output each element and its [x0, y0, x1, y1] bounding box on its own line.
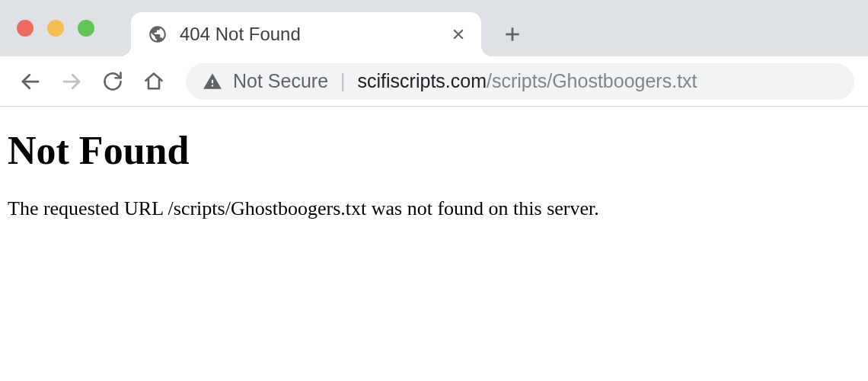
not-secure-icon — [203, 72, 222, 91]
close-tab-button[interactable] — [451, 27, 466, 42]
url-path: /scripts/Ghostboogers.txt — [487, 70, 697, 92]
browser-toolbar: Not Secure | scifiscripts.com/scripts/Gh… — [0, 56, 868, 107]
address-bar[interactable]: Not Secure | scifiscripts.com/scripts/Gh… — [186, 63, 854, 100]
home-button[interactable] — [137, 65, 171, 98]
globe-icon — [148, 24, 168, 44]
window-fullscreen-button[interactable] — [78, 20, 94, 37]
page-content: Not Found The requested URL /scripts/Gho… — [0, 107, 868, 242]
macos-window-controls — [0, 20, 94, 37]
separator: | — [340, 70, 346, 92]
error-message: The requested URL /scripts/Ghostboogers.… — [8, 197, 860, 220]
window-minimize-button[interactable] — [47, 20, 64, 37]
url-host: scifiscripts.com — [358, 70, 487, 92]
tab-strip: 404 Not Found — [0, 0, 868, 56]
back-button[interactable] — [14, 65, 47, 98]
error-heading: Not Found — [8, 128, 860, 173]
reload-button[interactable] — [96, 65, 129, 98]
security-status-label: Not Secure — [233, 70, 328, 92]
tab-title: 404 Not Found — [180, 24, 439, 45]
browser-tab[interactable]: 404 Not Found — [131, 0, 481, 56]
forward-button[interactable] — [55, 65, 88, 98]
new-tab-button[interactable] — [503, 24, 522, 44]
window-close-button[interactable] — [17, 20, 34, 37]
